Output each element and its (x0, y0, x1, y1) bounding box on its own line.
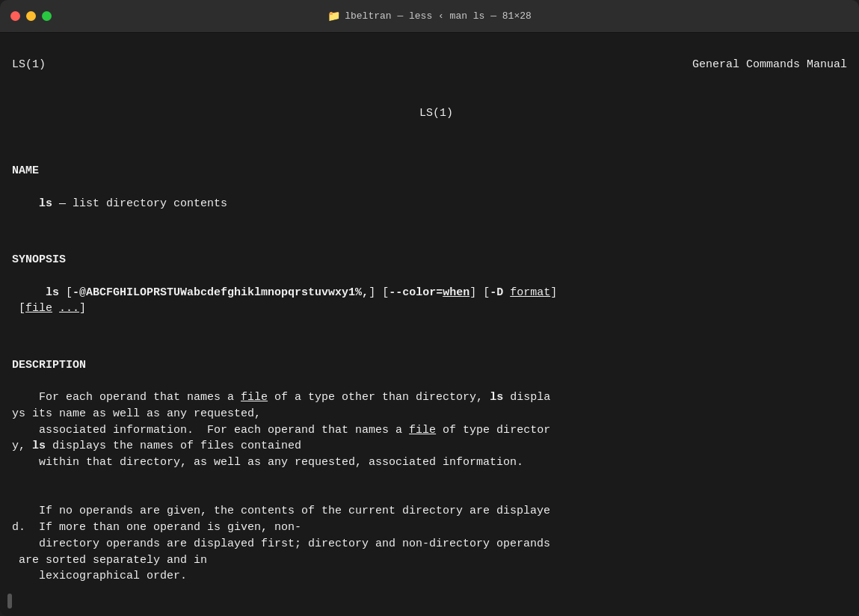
synopsis-body: ls [-@ABCFGHILOPRSTUWabcdefghiklmnopqrst… (12, 285, 847, 318)
synopsis-D: -D (490, 286, 503, 299)
terminal-content[interactable]: LS(1) General Commands Manual LS(1) NAME… (0, 33, 859, 616)
man-header: LS(1) General Commands Manual (12, 57, 847, 73)
titlebar: 📁 lbeltran — less ‹ man ls — 81×28 (0, 0, 859, 33)
description-para2: If no operands are given, the contents o… (12, 487, 847, 585)
traffic-lights (10, 11, 52, 21)
man-header-center: LS(1) (12, 89, 847, 122)
file-link-1: file (241, 391, 268, 404)
window-title: 📁 lbeltran — less ‹ man ls — 81×28 (327, 10, 532, 22)
description-para1: For each operand that names a file of a … (12, 389, 847, 471)
synopsis-ls: ls (46, 286, 59, 299)
synopsis-label: SYNOPSIS (12, 253, 66, 266)
man-header-left: LS(1) (12, 57, 46, 73)
name-body: ls — list directory contents (12, 196, 847, 212)
minimize-button[interactable] (26, 11, 36, 21)
name-section: NAME (12, 147, 847, 180)
description-label: DESCRIPTION (12, 359, 86, 372)
ls-name: ls (39, 197, 52, 210)
synopsis-flags: -@ABCFGHILOPRSTUWabcdefghiklmnopqrstuvwx… (73, 286, 369, 299)
ls-bold-1: ls (490, 391, 503, 404)
maximize-button[interactable] (42, 11, 52, 21)
description-para3: The following options are available: (12, 601, 847, 616)
name-label: NAME (12, 164, 39, 177)
ls-bold-2: ls (32, 440, 46, 452)
synopsis-file: file (25, 302, 52, 315)
file-link-2: file (409, 424, 436, 437)
synopsis-ellipsis: ... (59, 302, 79, 315)
man-header-right: General Commands Manual (692, 57, 847, 73)
synopsis-section: SYNOPSIS (12, 235, 847, 268)
synopsis-color: --color=when (389, 286, 469, 299)
close-button[interactable] (10, 11, 20, 21)
terminal-window: 📁 lbeltran — less ‹ man ls — 81×28 LS(1)… (0, 0, 859, 616)
scrollbar[interactable] (7, 594, 12, 609)
folder-icon: 📁 (327, 10, 340, 22)
description-section: DESCRIPTION (12, 341, 847, 374)
synopsis-format: format (510, 286, 550, 299)
